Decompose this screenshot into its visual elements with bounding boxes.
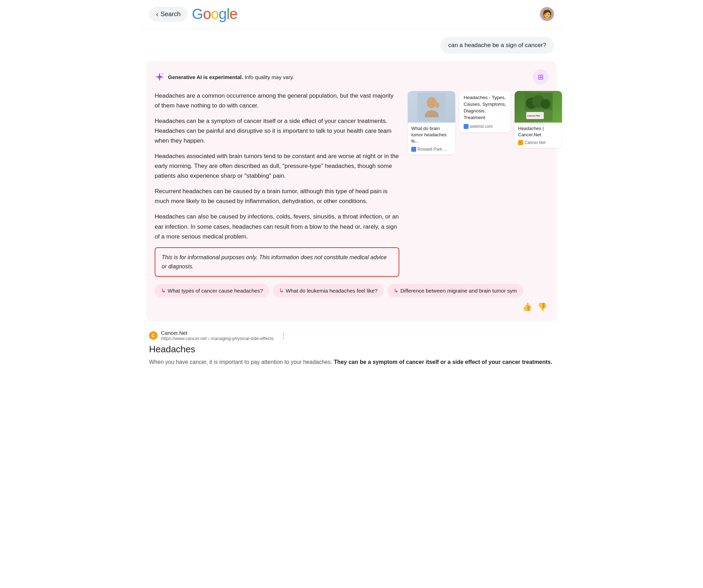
- search-back-label: Search: [161, 11, 181, 18]
- source-card-3-body: Headaches | Cancer.Net Cancer.Net: [515, 123, 562, 148]
- ai-sparkle-icon: [155, 72, 165, 82]
- svg-text:Cancer.Net: Cancer.Net: [527, 115, 540, 117]
- disclaimer-text: This is for informational purposes only.…: [162, 254, 387, 269]
- thumbs-up-button[interactable]: 👍: [521, 301, 533, 313]
- source-card-3-title: Headaches | Cancer.Net: [518, 125, 559, 138]
- source-card-1-favicon: [411, 147, 416, 152]
- thumbs-down-icon: 👎: [537, 302, 547, 311]
- followup-arrow-2: ↳: [279, 287, 284, 294]
- source-card-1-image: [408, 91, 455, 123]
- logo-l: l: [226, 6, 229, 22]
- source-card-2-domain: webmd.com: [464, 124, 506, 129]
- source-card-1-domain-text: Roswell Park ...: [418, 147, 447, 152]
- source-card-1[interactable]: What do brain tumor headaches fe... Rosw…: [408, 91, 455, 155]
- logo-g: G: [192, 6, 203, 22]
- search-bar-area: can a headache be a sign of cancer?: [141, 28, 562, 54]
- svg-point-3: [435, 102, 439, 108]
- followup-chip-3[interactable]: ↳ Difference between migraine and brain …: [387, 284, 523, 298]
- svg-point-8: [541, 99, 550, 109]
- ai-content: Headaches are a common occurrence among …: [155, 91, 548, 277]
- ai-paragraph-1: Headaches are a common occurrence among …: [155, 91, 399, 111]
- ai-badge-text: Generative AI is experimental. Info qual…: [168, 74, 294, 80]
- back-arrow-icon: ‹: [156, 10, 159, 18]
- ai-badge-bold: Generative AI is experimental.: [168, 74, 243, 80]
- followup-chip-2-label: What do leukemia headaches feel like?: [286, 288, 378, 294]
- ai-paragraph-4: Recurrent headaches can be caused by a b…: [155, 187, 399, 206]
- source-cards-container: What do brain tumor headaches fe... Rosw…: [408, 91, 548, 277]
- ai-paragraph-5: Headaches can also be caused by infectio…: [155, 212, 399, 241]
- followup-chip-2[interactable]: ↳ What do leukemia headaches feel like?: [273, 284, 384, 298]
- source-card-3-domain-text: Cancer.Net: [524, 140, 546, 145]
- source-card-1-domain: Roswell Park ...: [411, 147, 452, 152]
- source-card-3-image: Cancer.Net: [515, 91, 562, 123]
- source-cards-row: What do brain tumor headaches fe... Rosw…: [408, 91, 548, 155]
- result-site-name: Cancer.Net: [161, 330, 274, 336]
- logo-g2: g: [219, 6, 226, 22]
- source-card-2[interactable]: Headaches - Types, Causes, Symptoms, Dia…: [459, 91, 510, 132]
- followup-chip-1-label: What types of cancer cause headaches?: [168, 288, 263, 294]
- source-card-3[interactable]: Cancer.Net Headaches | Cancer.Net Cancer…: [515, 91, 562, 148]
- result-source-row: C Cancer.Net https://www.cancer.net › ma…: [149, 330, 554, 341]
- more-vert-icon: ⋮: [280, 332, 287, 339]
- result-favicon-letter: C: [151, 333, 155, 338]
- source-card-1-title: What do brain tumor headaches fe...: [411, 125, 452, 145]
- result-url: https://www.cancer.net › managing-physic…: [161, 336, 274, 341]
- ai-paragraph-2: Headaches can be a symptom of cancer its…: [155, 116, 399, 146]
- followup-arrow-1: ↳: [161, 287, 166, 294]
- logo-o1: o: [203, 6, 211, 22]
- ai-badge-regular: Info quality may vary.: [243, 74, 294, 80]
- ai-text-block: Headaches are a common occurrence among …: [155, 91, 399, 277]
- search-back-button[interactable]: ‹ Search: [149, 7, 188, 22]
- ai-paragraph-3: Headaches associated with brain tumors t…: [155, 151, 399, 181]
- result-menu-button[interactable]: ⋮: [280, 331, 287, 340]
- followup-chips-row: ↳ What types of cancer cause headaches? …: [155, 284, 548, 313]
- thumbs-up-icon: 👍: [522, 302, 532, 311]
- grid-icon: ⊞: [538, 73, 544, 81]
- source-card-3-favicon: [518, 140, 523, 145]
- avatar[interactable]: 🧑: [540, 7, 554, 21]
- avatar-icon: 🧑: [542, 9, 552, 19]
- source-card-1-body: What do brain tumor headaches fe... Rosw…: [408, 123, 455, 155]
- result-site-info: Cancer.Net https://www.cancer.net › mana…: [161, 330, 274, 341]
- header-left: ‹ Search Google: [149, 6, 237, 22]
- feedback-buttons: 👍 👎: [521, 301, 548, 313]
- result-snippet-bold: They can be a symptom of cancer itself o…: [334, 359, 553, 365]
- source-card-3-domain: Cancer.Net: [518, 140, 559, 145]
- followup-chip-1[interactable]: ↳ What types of cancer cause headaches?: [155, 284, 269, 298]
- followup-chip-3-label: Difference between migraine and brain tu…: [400, 288, 517, 294]
- thumbs-down-button[interactable]: 👎: [536, 301, 548, 313]
- svg-point-2: [427, 97, 437, 108]
- ai-badge: Generative AI is experimental. Info qual…: [155, 72, 294, 82]
- logo-e: e: [230, 6, 237, 22]
- source-card-2-title: Headaches - Types, Causes, Symptoms, Dia…: [464, 94, 506, 121]
- ai-section: Generative AI is experimental. Info qual…: [146, 61, 557, 321]
- logo-o2: o: [211, 6, 219, 22]
- grid-view-button[interactable]: ⊞: [533, 69, 548, 85]
- search-query-display[interactable]: can a headache be a sign of cancer?: [440, 37, 554, 54]
- google-logo: Google: [192, 6, 237, 22]
- svg-point-0: [162, 73, 163, 74]
- followup-arrow-3: ↳: [394, 287, 398, 294]
- header: ‹ Search Google 🧑: [141, 0, 562, 28]
- ai-section-header: Generative AI is experimental. Info qual…: [155, 69, 548, 85]
- disclaimer-box: This is for informational purposes only.…: [155, 247, 399, 277]
- result-snippet: When you have cancer, it is important to…: [149, 358, 554, 367]
- result-snippet-plain: When you have cancer, it is important to…: [149, 359, 332, 365]
- source-card-2-favicon: [464, 124, 469, 129]
- result-title[interactable]: Headaches: [149, 344, 554, 355]
- result-favicon: C: [149, 331, 157, 340]
- search-result-section: C Cancer.Net https://www.cancer.net › ma…: [141, 321, 562, 375]
- source-card-2-domain-text: webmd.com: [470, 124, 493, 129]
- header-right: 🧑: [540, 7, 554, 21]
